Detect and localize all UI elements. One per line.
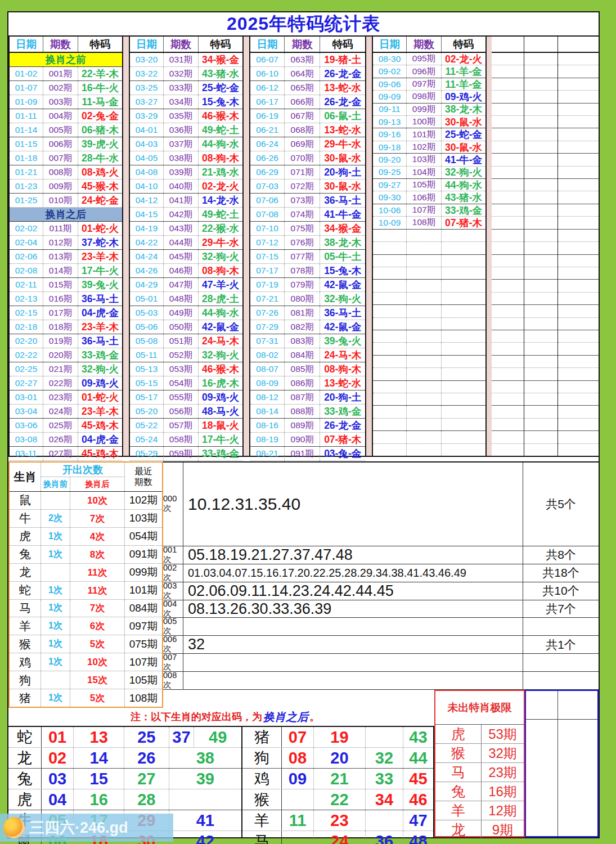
empty-cell [558,179,599,191]
stats-after-count: 5次 [70,689,125,707]
draw-date: 07-19 [250,278,285,291]
map-number: 46 [403,789,433,810]
frequency-label: 000次 [163,463,183,546]
empty-draw-row [373,230,485,242]
stats-recent-period: 091期 [125,546,162,563]
draw-date: 05-11 [130,348,164,362]
draw-date: 03-27 [130,95,164,109]
empty-cell [558,330,599,343]
draw-date: 07-26 [250,306,285,320]
stats-header-times-group: 开出次数 换肖前 换肖后 [41,463,125,491]
empty-draw-row [373,406,485,418]
stats-recent-period: 097期 [125,617,162,635]
map-number: 25 [124,727,169,747]
frequency-label: 007次 [163,654,183,671]
empty-cell [524,242,557,254]
draw-code: 39-兔-火 [320,334,365,348]
limit-zodiac: 马 [435,763,482,782]
map-number: 47 [403,810,433,830]
draw-period: 058期 [164,433,199,446]
draw-code: 49-蛇-土 [199,123,242,137]
draw-period: 104期 [407,167,442,178]
draw-date: 07-29 [250,320,285,334]
empty-column-2 [524,37,558,456]
empty-cell [524,104,557,116]
stats-zodiac: 羊 [10,617,41,635]
draw-date: 01-21 [10,165,43,179]
empty-column-3 [558,37,599,456]
draw-row: 07-17078期15-兔-木 [250,264,365,278]
draw-period: 026期 [43,433,78,446]
draw-date: 03-08 [10,433,43,446]
limit-zodiac: 兔 [435,782,482,801]
draw-row: 06-29071期20-狗-土 [250,165,365,179]
draw-code: 21-鸡-水 [199,165,242,179]
stats-zodiac: 兔 [10,546,41,563]
draw-code: 01-蛇-火 [78,390,122,404]
frequency-numbers: 01.03.04.07.15.16.17.20.22.25.28.29.34.3… [183,564,523,582]
draw-code: 41-牛-金 [320,208,365,221]
draw-row: 09-27105期44-狗-水 [373,179,485,191]
limit-box-title: 未出特肖极限 [435,691,524,725]
draw-date: 06-07 [250,53,285,66]
empty-cell [558,406,599,418]
draw-row: 09-16101期25-蛇-金 [373,128,485,141]
draw-date: 05-03 [130,306,164,320]
draw-date: 09-20 [373,154,407,165]
header-code: 特码 [442,37,485,52]
limit-row: 马23期 [435,763,524,782]
group-separator [366,37,372,456]
map-number: 01 [42,727,74,747]
draw-period: 056期 [164,405,199,418]
draw-date: 05-22 [130,419,164,432]
empty-cell [558,217,599,229]
stats-before-count: 1次 [41,689,70,707]
zodiac-stats-table: 生肖 开出次数 换肖前 换肖后 最近 期数 鼠10次102期牛2次7次103期虎… [8,461,163,708]
draw-period: 052期 [164,348,199,362]
draw-code: 11-马-金 [78,95,122,109]
empty-cell [492,393,524,406]
draw-row: 02-25021期32-狗-火 [10,362,122,376]
draw-date: 05-20 [130,405,164,418]
draw-row: 10-06107期33-鸡-金 [373,204,485,217]
empty-cell [492,91,524,103]
draw-code: 36-马-土 [320,194,365,207]
draw-date: 07-17 [250,264,285,277]
empty-cell [558,368,599,380]
map-number: 32 [366,748,403,768]
empty-cell [558,53,599,65]
empty-cell [492,318,524,330]
draw-row: 06-19067期06-鼠-土 [250,109,365,123]
empty-cell [558,255,599,267]
group-header: 日期期数特码 [373,37,485,53]
draw-row: 04-12041期14-龙-水 [130,194,242,208]
frequency-numbers: 08.13.26.30.33.36.39 [183,600,523,618]
frequency-total [523,672,599,689]
draw-period: 021期 [43,362,78,376]
draw-period: 068期 [285,123,320,137]
draw-code: 16-牛-火 [78,81,122,95]
draw-date: 02-06 [10,250,43,263]
stats-row: 马1次7次084期 [10,600,162,618]
map-row: 鸡09213345 [242,769,433,789]
map-zodiac: 兔 [8,769,42,789]
draw-date: 01-02 [10,67,43,80]
draw-period: 083期 [285,334,320,348]
group-header: 日期期数特码 [250,37,365,53]
draw-date: 02-18 [10,320,43,334]
stats-recent-period: 107期 [125,653,162,671]
draw-date: 01-14 [10,123,43,137]
map-number: 39 [169,769,241,789]
limit-row: 兔16期 [435,782,524,801]
empty-cell [492,141,524,154]
stats-before-count [41,492,70,509]
draw-period: 096期 [407,65,442,77]
draw-row: 02-08014期17-牛-火 [10,264,122,278]
stats-zodiac: 虎 [10,528,41,545]
draw-code: 05-牛-土 [320,250,365,263]
stats-row: 猴1次5次075期 [10,635,162,653]
draw-date: 02-25 [10,362,43,376]
draws-group-3: 日期期数特码06-07063期19-猪-土06-10064期26-龙-金06-1… [249,37,366,456]
draw-date: 07-21 [250,292,285,306]
draw-date: 04-10 [130,179,164,193]
